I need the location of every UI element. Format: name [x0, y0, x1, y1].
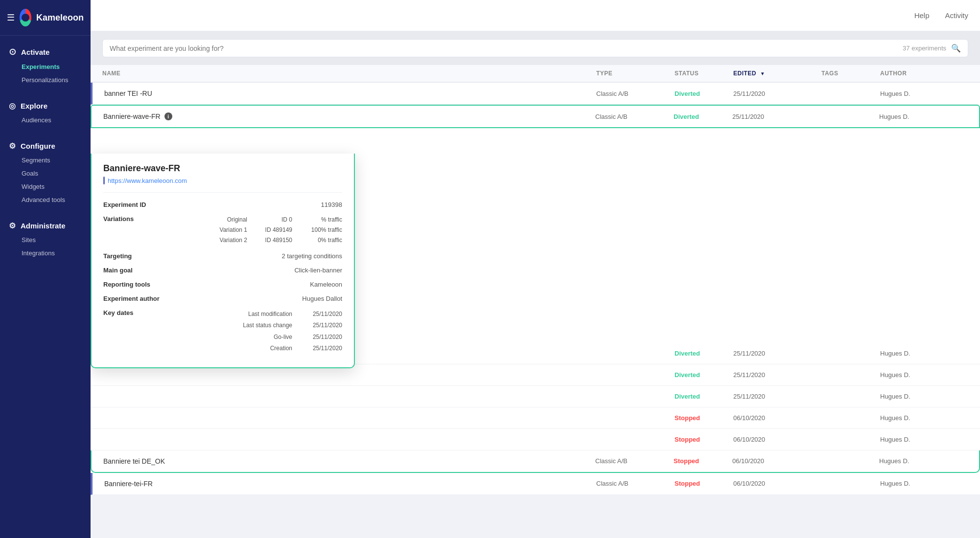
- row-status: Diverted: [675, 393, 733, 400]
- sidebar-section-explore-title[interactable]: ◎ Explore: [0, 98, 91, 113]
- sidebar-item-goals[interactable]: Goals: [0, 167, 91, 180]
- row-author: Hugues D.: [879, 113, 967, 120]
- popup-url-text: https://www.kameleoon.com: [108, 177, 187, 184]
- popup-field-main-goal: Main goal Click-lien-banner: [103, 263, 342, 277]
- search-input[interactable]: [110, 45, 898, 52]
- administrate-icon: ⚙: [9, 221, 16, 230]
- row-edited: 25/11/2020: [732, 113, 820, 120]
- col-author: AUTHOR: [880, 70, 968, 77]
- sidebar-item-experiments[interactable]: Experiments: [0, 60, 91, 73]
- info-icon[interactable]: i: [164, 112, 172, 120]
- row-name: Banniere tei DE_OK: [103, 457, 595, 465]
- sidebar-item-sites[interactable]: Sites: [0, 233, 91, 247]
- hamburger-icon[interactable]: ☰: [7, 12, 15, 23]
- variations-grid: Original ID 0 % traffic Variation 1 ID 4…: [188, 215, 342, 246]
- row-edited: 25/11/2020: [733, 350, 821, 357]
- row-status: Stopped: [675, 480, 733, 487]
- sort-icon: ▼: [760, 71, 765, 76]
- key-date-label-2: Go-live: [224, 332, 292, 343]
- targeting-value: 2 targeting conditions: [281, 252, 342, 260]
- top-nav-links: Help Activity: [914, 11, 968, 20]
- popup-divider: [103, 192, 342, 193]
- row-type: Classic A/B: [596, 90, 675, 97]
- table-row[interactable]: Banniere-tei-FR Classic A/B Stopped 06/1…: [91, 473, 980, 495]
- key-date-value-3: 25/11/2020: [293, 343, 342, 354]
- table-row[interactable]: Banniere tei DE_OK Classic A/B Stopped 0…: [91, 450, 980, 473]
- help-link[interactable]: Help: [914, 11, 930, 20]
- key-date-value-0: 25/11/2020: [293, 309, 342, 320]
- reporting-tools-value: Kameleoon: [310, 281, 342, 288]
- targeting-label: Targeting: [103, 252, 167, 260]
- sidebar: ☰ Kameleoon ⊙ Activate Experiments Perso…: [0, 0, 91, 538]
- row-author: Hugues D.: [880, 90, 968, 97]
- row-edited: 25/11/2020: [733, 90, 821, 97]
- var-id-0: ID 0: [248, 215, 292, 224]
- sidebar-section-explore: ◎ Explore Audiences: [0, 90, 91, 131]
- key-date-label-1: Last status change: [224, 320, 292, 331]
- sidebar-item-personalizations[interactable]: Personalizations: [0, 73, 91, 87]
- col-type: TYPE: [596, 70, 675, 77]
- var-traffic-1: 100% traffic: [293, 225, 342, 235]
- configure-label: Configure: [21, 142, 55, 150]
- row-edited: 06/10/2020: [733, 436, 821, 443]
- activity-link[interactable]: Activity: [945, 11, 968, 20]
- key-date-value-1: 25/11/2020: [293, 320, 342, 331]
- table-row[interactable]: Diverted 25/11/2020 Hugues D.: [91, 386, 980, 407]
- main-content: Help Activity 37 experiments 🔍 NAME TYPE…: [91, 0, 980, 538]
- logo-text: Kameleoon: [36, 13, 84, 23]
- search-bar: 37 experiments 🔍: [102, 39, 968, 57]
- row-status: Stopped: [675, 436, 733, 443]
- row-name: banner TEI -RU: [104, 90, 596, 97]
- col-edited[interactable]: EDITED ▼: [733, 70, 821, 77]
- sidebar-item-audiences[interactable]: Audiences: [0, 113, 91, 127]
- configure-icon: ⚙: [9, 141, 16, 151]
- sidebar-item-segments[interactable]: Segments: [0, 154, 91, 167]
- activate-icon: ⊙: [9, 46, 16, 57]
- logo-icon: [20, 9, 31, 26]
- var-traffic-2: 0% traffic: [293, 236, 342, 245]
- activate-label: Activate: [21, 48, 49, 56]
- row-type: Classic A/B: [595, 113, 674, 120]
- row-status: Diverted: [675, 371, 733, 379]
- var-name-2: Variation 2: [188, 236, 247, 245]
- sidebar-section-configure-title[interactable]: ⚙ Configure: [0, 138, 91, 154]
- popup-field-experiment-id: Experiment ID 119398: [103, 198, 342, 212]
- row-type: Classic A/B: [595, 457, 674, 465]
- row-type: Classic A/B: [596, 480, 675, 487]
- table-row[interactable]: Stopped 06/10/2020 Hugues D.: [91, 429, 980, 450]
- var-id-2: ID 489150: [248, 236, 292, 245]
- search-icon[interactable]: 🔍: [951, 44, 961, 53]
- sidebar-section-activate: ⊙ Activate Experiments Personalizations: [0, 36, 91, 90]
- popup-title: Banniere-wave-FR: [103, 163, 342, 174]
- experiment-id-label: Experiment ID: [103, 201, 167, 208]
- sidebar-item-widgets[interactable]: Widgets: [0, 180, 91, 193]
- var-name-0: Original: [188, 215, 247, 224]
- experiment-author-label: Experiment author: [103, 295, 167, 302]
- popup-url[interactable]: https://www.kameleoon.com: [103, 177, 342, 184]
- table-row[interactable]: Stopped 06/10/2020 Hugues D.: [91, 407, 980, 429]
- col-tags: TAGS: [821, 70, 880, 77]
- popup-field-variations: Variations Original ID 0 % traffic Varia…: [103, 212, 342, 249]
- experiments-table: NAME TYPE STATUS EDITED ▼ TAGS AUTHOR ba…: [91, 65, 980, 495]
- sidebar-item-integrations[interactable]: Integrations: [0, 247, 91, 260]
- sidebar-section-activate-title[interactable]: ⊙ Activate: [0, 44, 91, 60]
- row-edited: 06/10/2020: [733, 414, 821, 422]
- explore-icon: ◎: [9, 101, 16, 111]
- sidebar-section-administrate-title[interactable]: ⚙ Administrate: [0, 218, 91, 233]
- sidebar-item-advanced-tools[interactable]: Advanced tools: [0, 193, 91, 206]
- row-status: Stopped: [675, 414, 733, 422]
- popup-field-key-dates: Key dates Last modification 25/11/2020 L…: [103, 306, 342, 358]
- experiment-id-value: 119398: [321, 201, 342, 208]
- administrate-label: Administrate: [21, 222, 66, 230]
- key-date-label-3: Creation: [224, 343, 292, 354]
- main-goal-value: Click-lien-banner: [294, 267, 342, 274]
- search-count: 37 experiments: [903, 45, 946, 52]
- row-status: Diverted: [675, 90, 733, 97]
- table-row[interactable]: banner TEI -RU Classic A/B Diverted 25/1…: [91, 83, 980, 105]
- row-status: Diverted: [675, 350, 733, 357]
- key-date-value-2: 25/11/2020: [293, 332, 342, 343]
- search-bar-container: 37 experiments 🔍: [91, 31, 980, 65]
- row-edited: 06/10/2020: [732, 457, 820, 465]
- table-row[interactable]: Banniere-wave-FR i Classic A/B Diverted …: [91, 105, 980, 128]
- experiment-detail-popup: Banniere-wave-FR https://www.kameleoon.c…: [91, 154, 355, 368]
